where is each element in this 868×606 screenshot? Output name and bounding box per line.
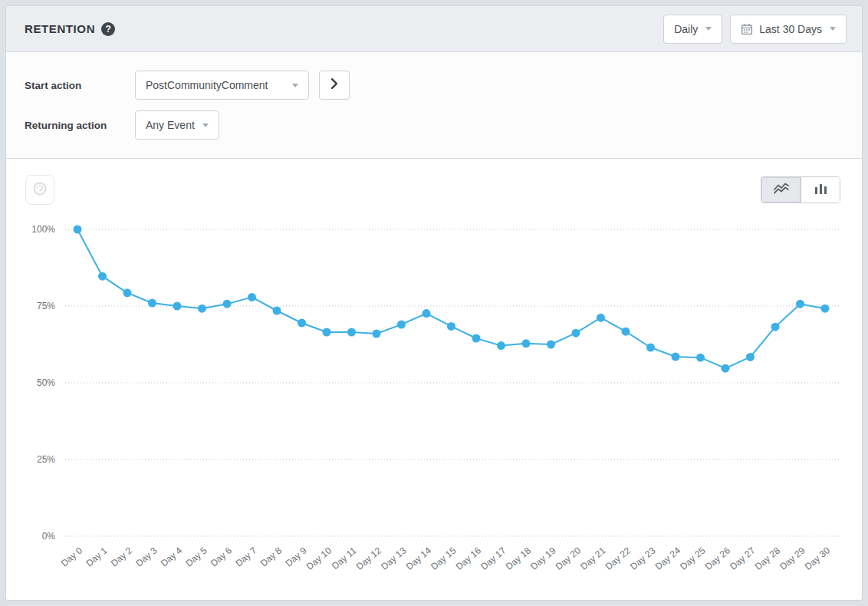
x-tick-label: Day 6	[209, 545, 234, 568]
y-tick-label: 0%	[42, 531, 56, 542]
data-point[interactable]	[622, 328, 630, 336]
y-tick-label: 50%	[37, 377, 55, 388]
data-point[interactable]	[347, 328, 356, 337]
returning-action-value: Any Event	[146, 119, 195, 131]
report-header: RETENTION ? Daily Last 30 D	[6, 6, 862, 52]
action-controls: Start action PostCommunityComment Return…	[6, 52, 862, 159]
x-tick-label: Day 28	[753, 545, 782, 571]
data-point[interactable]	[148, 299, 156, 308]
data-point[interactable]	[522, 339, 531, 347]
run-query-button[interactable]	[319, 71, 350, 100]
x-tick-label: Day 27	[728, 545, 757, 571]
y-tick-label: 25%	[37, 454, 55, 465]
x-tick-label: Day 18	[504, 545, 533, 571]
data-point[interactable]	[447, 322, 455, 331]
retention-chart: 0%25%50%75%100%Day 0Day 1Day 2Day 3Day 4…	[6, 159, 862, 600]
x-tick-label: Day 24	[653, 545, 682, 571]
page-title: RETENTION	[25, 22, 95, 35]
calendar-icon	[741, 23, 753, 35]
x-tick-label: Day 29	[778, 545, 807, 571]
data-point[interactable]	[98, 272, 107, 281]
chevron-right-icon	[330, 78, 338, 92]
x-tick-label: Day 22	[603, 545, 633, 571]
data-point[interactable]	[248, 293, 256, 301]
x-tick-label: Day 20	[554, 545, 583, 571]
retention-report-card: RETENTION ? Daily Last 30 D	[6, 6, 862, 600]
x-tick-label: Day 5	[183, 545, 209, 568]
help-icon[interactable]: ?	[101, 22, 115, 36]
x-tick-label: Day 23	[628, 545, 657, 571]
data-point[interactable]	[497, 341, 505, 350]
data-point[interactable]	[198, 305, 206, 313]
returning-action-row: Returning action Any Event	[25, 110, 843, 140]
date-range-value: Last 30 Days	[759, 23, 822, 35]
x-tick-label: Day 10	[304, 545, 334, 571]
granularity-value: Daily	[674, 23, 698, 35]
data-point[interactable]	[472, 334, 481, 343]
data-point[interactable]	[123, 288, 132, 297]
data-point[interactable]	[597, 314, 605, 322]
x-tick-label: Day 2	[109, 545, 134, 568]
data-point[interactable]	[771, 323, 780, 331]
x-tick-label: Day 7	[233, 545, 258, 568]
chevron-down-icon	[202, 124, 209, 127]
chevron-down-icon	[705, 27, 712, 31]
x-tick-label: Day 4	[159, 545, 184, 568]
data-point[interactable]	[397, 321, 406, 329]
x-tick-label: Day 25	[678, 545, 707, 571]
x-tick-label: Day 12	[354, 545, 383, 571]
data-point[interactable]	[273, 307, 281, 315]
returning-action-dropdown[interactable]: Any Event	[135, 110, 219, 140]
data-point[interactable]	[74, 226, 82, 234]
x-tick-label: Day 3	[133, 545, 159, 568]
data-point[interactable]	[572, 329, 580, 338]
retention-line	[77, 229, 825, 368]
data-point[interactable]	[373, 330, 381, 338]
data-point[interactable]	[672, 353, 680, 361]
start-action-label: Start action	[25, 80, 135, 91]
data-point[interactable]	[821, 305, 830, 313]
start-action-dropdown[interactable]: PostCommunityComment	[135, 71, 309, 100]
data-point[interactable]	[422, 309, 431, 318]
granularity-dropdown[interactable]: Daily	[663, 15, 722, 44]
date-range-dropdown[interactable]: Last 30 Days	[730, 15, 847, 44]
data-point[interactable]	[796, 300, 804, 308]
chevron-down-icon	[830, 27, 836, 31]
header-controls: Daily Last 30 Days	[663, 15, 847, 44]
start-action-row: Start action PostCommunityComment	[25, 71, 843, 100]
returning-action-label: Returning action	[25, 120, 135, 131]
x-tick-label: Day 15	[429, 545, 458, 571]
data-point[interactable]	[223, 300, 232, 308]
x-tick-label: Day 16	[454, 545, 483, 571]
chevron-down-icon	[292, 84, 298, 87]
data-point[interactable]	[323, 328, 331, 337]
x-tick-label: Day 8	[258, 545, 284, 568]
x-tick-label: Day 19	[528, 545, 557, 571]
data-point[interactable]	[547, 341, 555, 349]
data-point[interactable]	[746, 353, 755, 361]
y-tick-label: 75%	[37, 301, 55, 311]
data-point[interactable]	[646, 344, 655, 352]
start-action-value: PostCommunityComment	[146, 79, 268, 91]
x-tick-label: Day 17	[478, 545, 508, 571]
x-tick-label: Day 14	[404, 545, 433, 571]
x-tick-label: Day 1	[84, 545, 109, 568]
x-tick-label: Day 11	[330, 545, 359, 571]
data-point[interactable]	[722, 364, 730, 373]
x-tick-label: Day 0	[59, 545, 84, 568]
chart-section: 0%25%50%75%100%Day 0Day 1Day 2Day 3Day 4…	[6, 159, 862, 600]
data-point[interactable]	[173, 302, 182, 311]
data-point[interactable]	[298, 319, 306, 328]
x-tick-label: Day 13	[379, 545, 408, 571]
data-point[interactable]	[696, 354, 705, 362]
y-tick-label: 100%	[31, 224, 55, 235]
x-tick-label: Day 26	[703, 545, 732, 571]
x-tick-label: Day 21	[578, 545, 607, 571]
x-tick-label: Day 30	[803, 545, 832, 571]
